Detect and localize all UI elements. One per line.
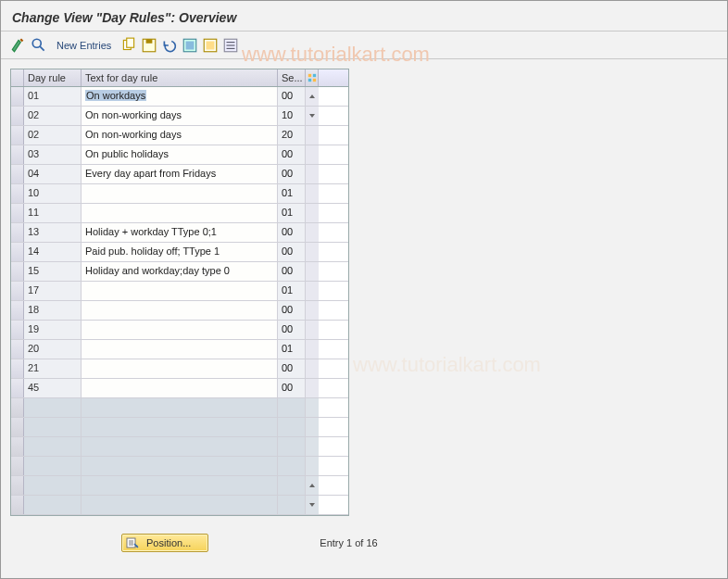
- cell-day-rule[interactable]: 45: [24, 379, 82, 397]
- table-row[interactable]: 15Holiday and workday;day type 000: [11, 262, 348, 282]
- delete-icon[interactable]: [222, 37, 239, 54]
- row-selector[interactable]: [11, 243, 24, 261]
- cell-se[interactable]: 20: [278, 126, 306, 145]
- table-row[interactable]: 2100: [11, 359, 348, 379]
- table-row[interactable]: 02On non-working days10: [11, 107, 348, 126]
- cell-se[interactable]: 00: [278, 321, 306, 339]
- table-row[interactable]: 1900: [11, 321, 348, 340]
- cell-se[interactable]: 00: [278, 223, 306, 242]
- row-selector[interactable]: [11, 184, 24, 203]
- scroll-strip: [306, 262, 319, 281]
- cell-text[interactable]: Every day apart from Fridays: [82, 165, 278, 183]
- cell-se[interactable]: 00: [278, 165, 306, 183]
- table-row[interactable]: 04Every day apart from Fridays00: [11, 165, 348, 184]
- cell-text[interactable]: On non-working days: [82, 107, 278, 125]
- cell-day-rule[interactable]: 20: [24, 340, 82, 359]
- cell-day-rule[interactable]: 19: [24, 321, 82, 339]
- undo-icon[interactable]: [161, 37, 178, 54]
- cell-day-rule[interactable]: 14: [24, 243, 82, 261]
- table-row[interactable]: 02On non-working days20: [11, 126, 348, 145]
- deselect-all-icon[interactable]: [202, 37, 219, 54]
- cell-text[interactable]: [82, 184, 278, 203]
- position-button[interactable]: Position...: [121, 534, 208, 552]
- cell-se[interactable]: 00: [278, 301, 306, 320]
- cell-text[interactable]: [82, 204, 278, 222]
- cell-text[interactable]: Holiday + workday TType 0;1: [82, 223, 278, 242]
- cell-day-rule[interactable]: 10: [24, 184, 82, 203]
- row-selector[interactable]: [11, 126, 24, 145]
- cell-text[interactable]: Holiday and workday;day type 0: [82, 262, 278, 281]
- cell-se[interactable]: 00: [278, 262, 306, 281]
- select-all-header[interactable]: [11, 69, 24, 86]
- cell-se[interactable]: 10: [278, 107, 306, 125]
- cell-day-rule[interactable]: 15: [24, 262, 82, 281]
- cell-day-rule[interactable]: 02: [24, 107, 82, 125]
- cell-text[interactable]: On workdays: [82, 87, 278, 106]
- row-selector[interactable]: [11, 107, 24, 125]
- row-selector[interactable]: [11, 262, 24, 281]
- scroll-up-icon[interactable]: [308, 93, 316, 100]
- row-selector[interactable]: [11, 87, 24, 106]
- cell-day-rule[interactable]: 04: [24, 165, 82, 183]
- cell-se[interactable]: 01: [278, 340, 306, 359]
- copy-icon[interactable]: [120, 37, 137, 54]
- scroll-down-icon[interactable]: [308, 112, 316, 120]
- table-row[interactable]: 1101: [11, 204, 348, 223]
- new-entries-button[interactable]: New Entries: [51, 40, 117, 51]
- cell-day-rule[interactable]: 03: [24, 145, 82, 164]
- table-row[interactable]: 1800: [11, 301, 348, 321]
- table-row[interactable]: 1001: [11, 184, 348, 204]
- cell-text[interactable]: On non-working days: [82, 126, 278, 145]
- table-row[interactable]: 4500: [11, 379, 348, 398]
- col-header-se[interactable]: Se...: [278, 69, 306, 86]
- cell-text[interactable]: [82, 359, 278, 378]
- row-selector[interactable]: [11, 204, 24, 222]
- cell-text[interactable]: [82, 321, 278, 339]
- row-selector[interactable]: [11, 379, 24, 397]
- row-selector[interactable]: [11, 282, 24, 300]
- cell-se[interactable]: 01: [278, 204, 306, 222]
- cell-day-rule[interactable]: 11: [24, 204, 82, 222]
- table-row[interactable]: 13Holiday + workday TType 0;100: [11, 223, 348, 243]
- toggle-display-icon[interactable]: [10, 37, 27, 54]
- cell-text[interactable]: [82, 282, 278, 300]
- cell-text[interactable]: [82, 340, 278, 359]
- cell-day-rule[interactable]: 02: [24, 126, 82, 145]
- cell-day-rule[interactable]: 18: [24, 301, 82, 320]
- table-row[interactable]: 1701: [11, 282, 348, 301]
- row-selector[interactable]: [11, 359, 24, 378]
- cell-text[interactable]: On public holidays: [82, 145, 278, 164]
- cell-day-rule[interactable]: 17: [24, 282, 82, 300]
- cell-text[interactable]: [82, 379, 278, 397]
- cell-text[interactable]: Paid pub. holiday off; TType 1: [82, 243, 278, 261]
- cell-se[interactable]: 00: [278, 87, 306, 106]
- row-selector[interactable]: [11, 321, 24, 339]
- row-selector[interactable]: [11, 165, 24, 183]
- cell-se[interactable]: 00: [278, 359, 306, 378]
- row-selector[interactable]: [11, 340, 24, 359]
- col-header-text[interactable]: Text for day rule: [82, 69, 278, 86]
- row-selector[interactable]: [11, 223, 24, 242]
- table-settings-icon[interactable]: [306, 69, 319, 86]
- cell-se[interactable]: 01: [278, 184, 306, 203]
- table-row[interactable]: 03On public holidays00: [11, 145, 348, 165]
- col-header-day-rule[interactable]: Day rule: [24, 69, 82, 86]
- cell-day-rule[interactable]: 21: [24, 359, 82, 378]
- cell-se[interactable]: 00: [278, 379, 306, 397]
- scroll-up-icon[interactable]: [308, 482, 316, 489]
- table-row[interactable]: 14Paid pub. holiday off; TType 100: [11, 243, 348, 262]
- cell-se[interactable]: 00: [278, 243, 306, 261]
- table-row[interactable]: 01On workdays00: [11, 87, 348, 107]
- find-icon[interactable]: [31, 37, 47, 54]
- table-row[interactable]: 2001: [11, 340, 348, 359]
- row-selector[interactable]: [11, 301, 24, 320]
- cell-se[interactable]: 00: [278, 145, 306, 164]
- cell-se[interactable]: 01: [278, 282, 306, 300]
- scroll-down-icon[interactable]: [308, 501, 316, 509]
- save-icon[interactable]: [141, 37, 157, 54]
- cell-day-rule[interactable]: 13: [24, 223, 82, 242]
- row-selector[interactable]: [11, 145, 24, 164]
- cell-text[interactable]: [82, 301, 278, 320]
- cell-day-rule[interactable]: 01: [24, 87, 82, 106]
- select-all-icon[interactable]: [182, 37, 198, 54]
